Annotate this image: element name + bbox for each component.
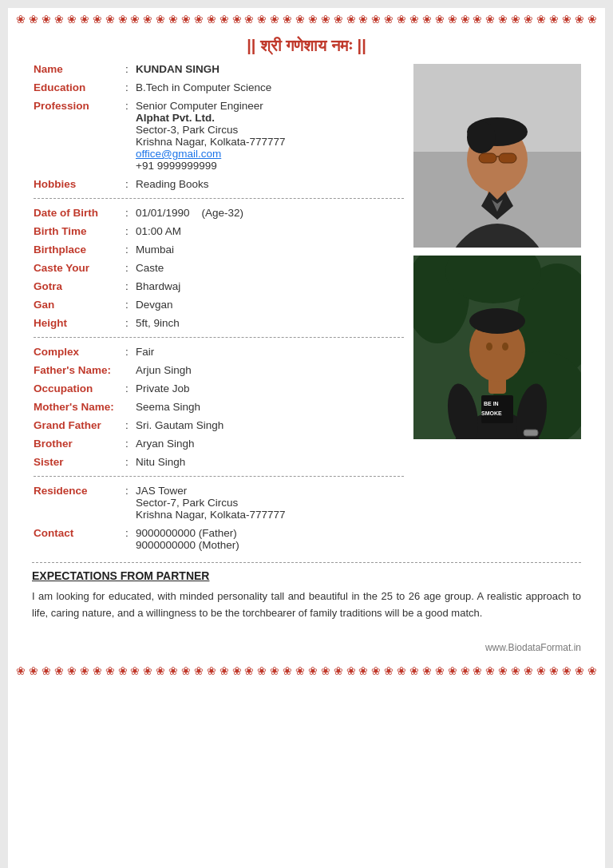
table-row: Profession : Senior Computer Engineer Al… [32, 97, 405, 175]
field-label: Grand Father [32, 416, 120, 434]
field-label: Brother [32, 434, 120, 453]
table-row: Caste Your : Caste [32, 259, 405, 277]
field-value: Mumbai [134, 240, 405, 259]
field-value: Caste [134, 259, 405, 277]
colon: : [120, 343, 134, 361]
field-label: Gan [32, 295, 120, 314]
svg-text:BE IN: BE IN [484, 401, 499, 406]
field-label: Complex [32, 343, 120, 361]
field-value: Private Job [134, 379, 405, 398]
table-row: Gan : Devgan [32, 295, 405, 314]
colon: : [120, 204, 134, 222]
field-value: KUNDAN SINGH [134, 60, 405, 78]
svg-rect-21 [481, 395, 513, 423]
field-value: 9000000000 (Father) 9000000000 (Mother) [134, 524, 405, 554]
field-label: Father's Name: [32, 361, 120, 379]
page-heading: || श्री गणेशाय नमः || [8, 30, 605, 60]
field-label: Birthplace [32, 240, 120, 259]
table-row: Father's Name: Arjun Singh [32, 361, 405, 379]
colon: : [120, 97, 134, 175]
photo-1 [413, 64, 581, 248]
field-label: Hobbies [32, 175, 120, 193]
colon: : [120, 524, 134, 554]
divider-row [32, 193, 405, 204]
colon: : [120, 78, 134, 97]
info-table: Name : KUNDAN SINGH Education : B.Tech i… [32, 60, 405, 554]
table-row: Gotra : Bhardwaj [32, 277, 405, 295]
field-value: Nitu Singh [134, 453, 405, 471]
table-row: Complex : Fair [32, 343, 405, 361]
table-row: Mother's Name: Seema Singh [32, 398, 405, 416]
field-value: Sri. Gautam Singh [134, 416, 405, 434]
colon: : [120, 482, 134, 524]
svg-point-26 [469, 308, 525, 334]
field-label: Profession [32, 97, 120, 175]
table-row: Education : B.Tech in Computer Science [32, 78, 405, 97]
colon: : [120, 60, 134, 78]
field-value: Reading Books [134, 175, 405, 193]
colon: : [120, 434, 134, 453]
colon [120, 398, 134, 416]
website-text: www.BiodataFormat.in [485, 642, 581, 653]
field-value: Fair [134, 343, 405, 361]
table-row: Date of Birth : 01/01/1990 (Age-32) [32, 204, 405, 222]
table-row: Birthplace : Mumbai [32, 240, 405, 259]
right-column: BE IN SMOKE [413, 60, 581, 554]
field-label: Contact [32, 524, 120, 554]
svg-text:SMOKE: SMOKE [481, 410, 502, 416]
table-row: Birth Time : 01:00 AM [32, 222, 405, 240]
field-label: Gotra [32, 277, 120, 295]
table-row: Hobbies : Reading Books [32, 175, 405, 193]
expectations-section: EXPECTATIONS FROM PARTNER I am looking f… [32, 562, 581, 622]
table-row: Height : 5ft, 9inch [32, 314, 405, 332]
main-content: Name : KUNDAN SINGH Education : B.Tech i… [32, 60, 581, 554]
field-label: Name [32, 60, 120, 78]
field-value: Bhardwaj [134, 277, 405, 295]
field-value: 01:00 AM [134, 222, 405, 240]
top-border: ❀ ❀ ❀ ❀ ❀ ❀ ❀ ❀ ❀ ❀ ❀ ❀ ❀ ❀ ❀ ❀ ❀ ❀ ❀ ❀ … [8, 8, 605, 30]
svg-point-28 [502, 343, 508, 351]
website-footer: www.BiodataFormat.in [8, 638, 605, 660]
svg-rect-29 [524, 430, 538, 436]
colon: : [120, 314, 134, 332]
table-row: Occupation : Private Job [32, 379, 405, 398]
svg-rect-8 [479, 153, 496, 163]
field-label: Education [32, 78, 120, 97]
table-row: Brother : Aryan Singh [32, 434, 405, 453]
email-link[interactable]: office@gmail.com [136, 148, 221, 160]
table-row: Grand Father : Sri. Gautam Singh [32, 416, 405, 434]
expectations-text: I am looking for educated, with minded p… [32, 589, 581, 622]
biodata-page: ❀ ❀ ❀ ❀ ❀ ❀ ❀ ❀ ❀ ❀ ❀ ❀ ❀ ❀ ❀ ❀ ❀ ❀ ❀ ❀ … [8, 8, 605, 868]
field-value: Arjun Singh [134, 361, 405, 379]
field-value: Senior Computer Engineer Alphat Pvt. Ltd… [134, 97, 405, 175]
field-value: 01/01/1990 (Age-32) [134, 204, 405, 222]
table-row: Sister : Nitu Singh [32, 453, 405, 471]
colon: : [120, 240, 134, 259]
table-row: Residence : JAS Tower Sector-7, Park Cir… [32, 482, 405, 524]
left-column: Name : KUNDAN SINGH Education : B.Tech i… [32, 60, 413, 554]
field-label: Birth Time [32, 222, 120, 240]
colon: : [120, 379, 134, 398]
content-area: Name : KUNDAN SINGH Education : B.Tech i… [8, 60, 605, 638]
colon: : [120, 175, 134, 193]
field-value: Seema Singh [134, 398, 405, 416]
field-value: 5ft, 9inch [134, 314, 405, 332]
colon: : [120, 295, 134, 314]
field-label: Caste Your [32, 259, 120, 277]
field-value: Aryan Singh [134, 434, 405, 453]
svg-rect-9 [499, 153, 516, 163]
field-value: JAS Tower Sector-7, Park Circus Krishna … [134, 482, 405, 524]
colon [120, 361, 134, 379]
table-row: Contact : 9000000000 (Father) 9000000000… [32, 524, 405, 554]
divider-row [32, 471, 405, 482]
divider-row [32, 332, 405, 343]
field-label: Sister [32, 453, 120, 471]
field-label: Mother's Name: [32, 398, 120, 416]
photo-2: BE IN SMOKE [413, 256, 581, 439]
table-row: Name : KUNDAN SINGH [32, 60, 405, 78]
colon: : [120, 222, 134, 240]
field-label: Date of Birth [32, 204, 120, 222]
field-label: Residence [32, 482, 120, 524]
colon: : [120, 416, 134, 434]
bottom-border: ❀ ❀ ❀ ❀ ❀ ❀ ❀ ❀ ❀ ❀ ❀ ❀ ❀ ❀ ❀ ❀ ❀ ❀ ❀ ❀ … [8, 660, 605, 682]
